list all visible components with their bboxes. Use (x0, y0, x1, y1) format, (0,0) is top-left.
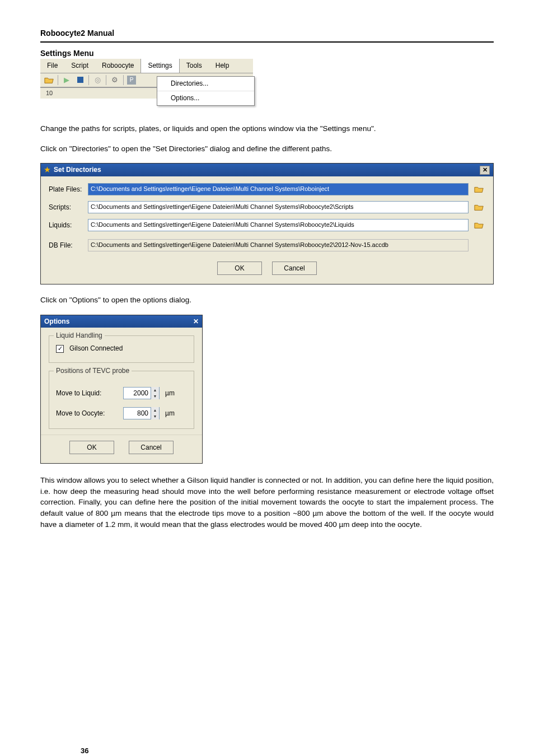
spin-arrows[interactable]: ▲▼ (151, 387, 159, 399)
toolbar-separator (123, 75, 124, 85)
options-buttons: OK Cancel (41, 435, 202, 463)
doc-title: Roboocyte2 Manual (40, 28, 494, 39)
cancel-button[interactable]: Cancel (272, 262, 317, 275)
menubar: File Script Roboocyte Settings Tools Hel… (40, 59, 253, 73)
dialog-title: Set Directories (54, 165, 101, 175)
unit-move-to-oocyte: µm (165, 409, 175, 418)
dropdown-options[interactable]: Options... (157, 91, 254, 105)
open-folder-icon[interactable] (44, 75, 54, 85)
browse-plate-files[interactable] (473, 184, 485, 195)
options-ok-button[interactable]: OK (69, 441, 114, 454)
menu-roboocyte[interactable]: Roboocyte (95, 59, 140, 73)
paragraph-1: Change the paths for scripts, plates, or… (40, 123, 494, 134)
field-db-file: C:\Documents and Settings\rettinger\Eige… (88, 239, 469, 251)
value-move-to-oocyte[interactable]: 800 (124, 409, 151, 418)
dropdown-directories[interactable]: Directories... (157, 77, 254, 91)
options-titlebar: Options ✕ (41, 315, 202, 328)
browse-liquids[interactable] (473, 220, 485, 231)
close-icon[interactable]: ✕ (193, 317, 199, 326)
field-scripts[interactable]: C:\Documents and Settings\rettinger\Eige… (88, 201, 469, 213)
options-cancel-button[interactable]: Cancel (129, 441, 174, 454)
section-title: Settings Menu (40, 48, 494, 59)
menu-tools[interactable]: Tools (180, 59, 209, 73)
browse-spacer (473, 240, 485, 251)
dialog-buttons: OK Cancel (49, 262, 485, 275)
field-plate-files[interactable]: C:\Documents and Settings\rettinger\Eige… (88, 183, 469, 195)
close-icon[interactable]: ✕ (480, 166, 490, 175)
dialog-body: Plate Files: C:\Documents and Settings\r… (41, 176, 493, 284)
unit-move-to-liquid: µm (165, 389, 175, 398)
gilson-checkbox[interactable]: ✓ (56, 345, 64, 353)
spin-move-to-liquid[interactable]: 2000 ▲▼ (123, 387, 160, 399)
group-tevc-positions: Positions of TEVC probe Move to Liquid: … (49, 371, 194, 429)
star-icon: ★ (44, 165, 50, 175)
label-plate-files: Plate Files: (49, 185, 88, 194)
row-db-file: DB File: C:\Documents and Settings\retti… (49, 239, 485, 251)
menu-file[interactable]: File (40, 59, 64, 73)
options-title: Options (44, 317, 69, 326)
legend-liquid-handling: Liquid Handling (54, 331, 105, 340)
row-liquids: Liquids: C:\Documents and Settings\retti… (49, 219, 485, 231)
dialog-titlebar: ★ Set Directories ✕ (41, 164, 493, 176)
set-directories-dialog: ★ Set Directories ✕ Plate Files: C:\Docu… (40, 163, 494, 284)
legend-tevc: Positions of TEVC probe (54, 366, 132, 376)
toolbar-separator (88, 75, 89, 85)
gilson-label: Gilson Connected (69, 344, 123, 353)
value-move-to-liquid[interactable]: 2000 (124, 389, 151, 398)
stop-icon[interactable] (75, 75, 85, 85)
paragraph-4: This window allows you to select whether… (40, 475, 494, 530)
toolbar-separator (58, 75, 58, 85)
browse-scripts[interactable] (473, 202, 485, 213)
target-icon[interactable]: ◎ (92, 75, 102, 85)
label-scripts: Scripts: (49, 203, 88, 212)
label-move-to-oocyte: Move to Oocyte: (56, 409, 118, 418)
play-icon[interactable]: ▶ (62, 75, 72, 85)
label-liquids: Liquids: (49, 221, 88, 230)
gear-icon[interactable]: ⚙ (110, 75, 120, 85)
row-scripts: Scripts: C:\Documents and Settings\retti… (49, 201, 485, 213)
row-move-to-liquid: Move to Liquid: 2000 ▲▼ µm (56, 387, 187, 399)
field-liquids[interactable]: C:\Documents and Settings\rettinger\Eige… (88, 219, 469, 231)
page-number: 36 (81, 746, 88, 756)
p-icon[interactable]: P (127, 76, 136, 85)
spin-move-to-oocyte[interactable]: 800 ▲▼ (123, 407, 160, 419)
group-liquid-handling: Liquid Handling ✓ Gilson Connected (49, 335, 194, 363)
paragraph-2: Click on "Directories" to open the "Set … (40, 143, 494, 155)
spin-arrows[interactable]: ▲▼ (151, 407, 159, 419)
options-dialog: Options ✕ Liquid Handling ✓ Gilson Conne… (40, 315, 203, 464)
menu-script[interactable]: Script (64, 59, 95, 73)
ok-button[interactable]: OK (217, 262, 262, 275)
row-plate-files: Plate Files: C:\Documents and Settings\r… (49, 183, 485, 195)
label-db-file: DB File: (49, 241, 88, 250)
menu-help[interactable]: Help (209, 59, 236, 73)
toolbar-separator (106, 75, 106, 85)
paragraph-3: Click on "Options" to open the options d… (40, 295, 494, 306)
settings-dropdown: Directories... Options... (157, 76, 255, 106)
hr (40, 41, 494, 43)
checkbox-row: ✓ Gilson Connected (56, 344, 187, 353)
row-move-to-oocyte: Move to Oocyte: 800 ▲▼ µm (56, 407, 187, 419)
menu-settings[interactable]: Settings (140, 59, 179, 73)
label-move-to-liquid: Move to Liquid: (56, 389, 118, 398)
